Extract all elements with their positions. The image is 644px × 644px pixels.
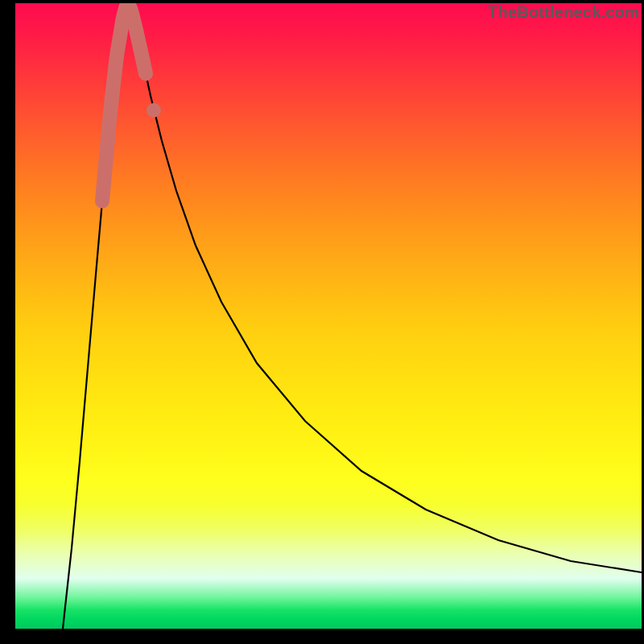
highlight-right-segment [128, 3, 146, 73]
curve-layer [15, 3, 642, 629]
plot-area [15, 3, 642, 629]
highlight-left-segment [102, 3, 128, 201]
highlight-point [147, 103, 161, 118]
watermark-text: TheBottleneck.com [488, 3, 639, 22]
chart-frame: TheBottleneck.com [0, 0, 644, 644]
curve-right-branch [128, 3, 642, 572]
